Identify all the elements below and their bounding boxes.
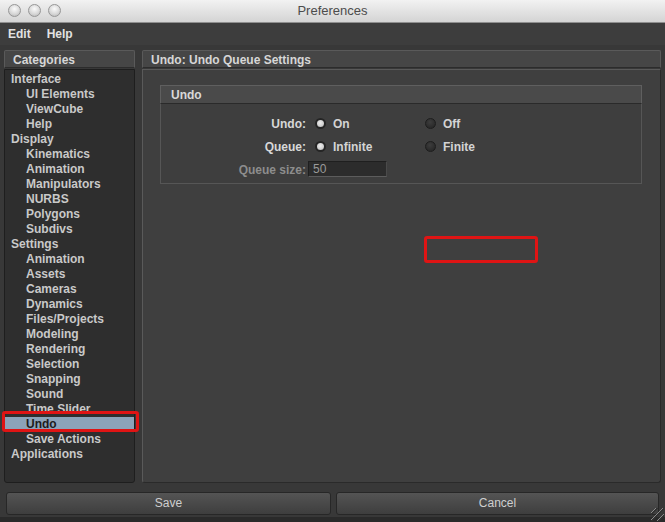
sidebar-item-modeling[interactable]: Modeling xyxy=(5,327,134,342)
preferences-window: Preferences Edit Help Categories Undo: U… xyxy=(0,0,665,522)
sidebar-item-sound[interactable]: Sound xyxy=(5,387,134,402)
cancel-button[interactable]: Cancel xyxy=(336,492,659,515)
sidebar-item-kinematics[interactable]: Kinematics xyxy=(5,147,134,162)
menu-edit[interactable]: Edit xyxy=(0,23,39,45)
menu-help[interactable]: Help xyxy=(39,23,81,45)
menubar: Edit Help xyxy=(0,23,665,45)
sidebar-item-dynamics[interactable]: Dynamics xyxy=(5,297,134,312)
undo-off-label: Off xyxy=(443,117,460,131)
sidebar-item-applications[interactable]: Applications xyxy=(5,447,134,462)
resize-grip[interactable] xyxy=(651,508,664,521)
queue-label: Queue: xyxy=(161,140,311,154)
sidebar-item-nurbs[interactable]: NURBS xyxy=(5,192,134,207)
sidebar-item-rendering[interactable]: Rendering xyxy=(5,342,134,357)
undo-group-header: Undo xyxy=(160,85,642,103)
queue-row: Queue: Infinite Finite xyxy=(161,139,641,154)
queue-finite-option[interactable]: Finite xyxy=(425,140,475,154)
categories-list: Interface UI Elements ViewCube Help Disp… xyxy=(4,69,135,483)
sidebar-item-assets[interactable]: Assets xyxy=(5,267,134,282)
settings-section-title: Undo: Undo Queue Settings xyxy=(142,50,661,68)
sidebar-item-settings[interactable]: Settings xyxy=(5,237,134,252)
undo-on-option[interactable]: On xyxy=(315,117,350,131)
queue-size-label: Queue size: xyxy=(161,163,311,177)
window-bottom-edge xyxy=(0,517,665,522)
sidebar-item-polygons[interactable]: Polygons xyxy=(5,207,134,222)
radio-off-icon[interactable] xyxy=(425,118,436,129)
sidebar-item-manipulators[interactable]: Manipulators xyxy=(5,177,134,192)
sidebar-item-viewcube[interactable]: ViewCube xyxy=(5,102,134,117)
undo-group-content: Undo: On Off Queue: Infinite Finite Queu… xyxy=(160,103,642,184)
undo-row: Undo: On Off xyxy=(161,116,641,131)
undo-on-label: On xyxy=(333,117,350,131)
sidebar-item-files-projects[interactable]: Files/Projects xyxy=(5,312,134,327)
window-title: Preferences xyxy=(0,0,665,22)
sidebar-item-help[interactable]: Help xyxy=(5,117,134,132)
radio-on-icon[interactable] xyxy=(315,118,326,129)
radio-infinite-icon[interactable] xyxy=(315,141,326,152)
queue-finite-label: Finite xyxy=(443,140,475,154)
sidebar-item-snapping[interactable]: Snapping xyxy=(5,372,134,387)
sidebar-item-animation-settings[interactable]: Animation xyxy=(5,252,134,267)
queue-infinite-option[interactable]: Infinite xyxy=(315,140,372,154)
radio-finite-icon[interactable] xyxy=(425,141,436,152)
queue-infinite-label: Infinite xyxy=(333,140,372,154)
sidebar-item-ui-elements[interactable]: UI Elements xyxy=(5,87,134,102)
sidebar-item-selection[interactable]: Selection xyxy=(5,357,134,372)
titlebar: Preferences xyxy=(0,0,665,23)
categories-header: Categories xyxy=(4,50,135,68)
sidebar-item-animation-display[interactable]: Animation xyxy=(5,162,134,177)
undo-label: Undo: xyxy=(161,117,311,131)
sidebar-item-time-slider[interactable]: Time Slider xyxy=(5,402,134,417)
queue-size-input xyxy=(308,161,387,177)
save-button[interactable]: Save xyxy=(6,492,331,515)
sidebar-item-interface[interactable]: Interface xyxy=(5,72,134,87)
sidebar-item-display[interactable]: Display xyxy=(5,132,134,147)
sidebar-item-save-actions[interactable]: Save Actions xyxy=(5,432,134,447)
sidebar-item-cameras[interactable]: Cameras xyxy=(5,282,134,297)
sidebar-item-undo[interactable]: Undo xyxy=(5,417,134,432)
queue-size-row: Queue size: xyxy=(161,162,641,177)
undo-off-option[interactable]: Off xyxy=(425,117,460,131)
sidebar-item-subdivs[interactable]: Subdivs xyxy=(5,222,134,237)
